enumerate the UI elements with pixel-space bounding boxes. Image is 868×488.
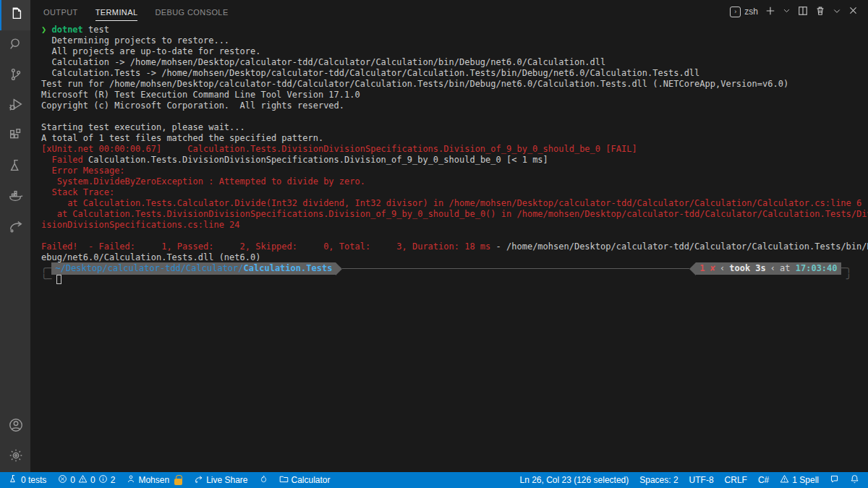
terminal-line: ❯ dotnet test: [41, 25, 868, 35]
spell-warning-icon: [780, 474, 789, 486]
terminal-line: Stack Trace:: [41, 187, 868, 198]
activity-live-share[interactable]: [0, 213, 30, 243]
activity-explorer[interactable]: [0, 0, 30, 30]
terminal-profiles-dropdown[interactable]: [783, 7, 791, 17]
terminal-line: All projects are up-to-date for restore.: [41, 46, 868, 57]
activity-run-debug[interactable]: [0, 91, 30, 121]
problems-status[interactable]: 0 0 2: [58, 474, 115, 486]
eol-status[interactable]: CRLF: [725, 475, 747, 485]
activity-bar-spacer: [0, 243, 30, 411]
terminal-line: System.DivideByZeroException : Attempted…: [41, 176, 868, 187]
beaker-icon: [9, 474, 18, 486]
terminal-line: Calculation.Tests -> /home/mohsen/Deskto…: [41, 68, 868, 79]
activity-testing[interactable]: [0, 152, 30, 182]
terminal-panel[interactable]: ❯ dotnet test Determining projects to re…: [30, 25, 866, 469]
tab-terminal[interactable]: TERMINAL: [95, 2, 138, 21]
feedback-icon: [830, 474, 839, 486]
feedback-status[interactable]: [830, 474, 839, 486]
folder-icon: [279, 474, 289, 486]
close-panel-button[interactable]: [848, 6, 858, 17]
chevron-down-icon: [783, 7, 791, 17]
shell-selector[interactable]: › zsh: [730, 7, 758, 17]
prompt-line-top: ╭─ ~/Desktop/calculator-tdd/Calculator/C…: [41, 263, 851, 274]
search-icon: [8, 36, 24, 55]
vscode-window: OUTPUT TERMINAL DEBUG CONSOLE › zsh: [0, 0, 868, 488]
prompt-path-name: Calculation.Tests: [244, 263, 333, 274]
live-share-status[interactable]: Live Share: [194, 474, 247, 486]
indentation-status[interactable]: Spaces: 2: [639, 475, 678, 485]
indentation-label: Spaces: 2: [639, 475, 678, 485]
panel-header: OUTPUT TERMINAL DEBUG CONSOLE › zsh: [30, 0, 868, 23]
info-icon: [98, 474, 108, 486]
live-share-label: Live Share: [206, 475, 247, 485]
panel-maximize-button[interactable]: [833, 7, 841, 17]
docker-whale-icon: [8, 188, 24, 207]
git-branch-icon: [8, 67, 24, 85]
encoding-status[interactable]: UTF-8: [689, 475, 714, 485]
terminal-line: [41, 111, 868, 122]
terminal-line: Copyright (c) Microsoft Corporation. All…: [41, 100, 868, 111]
new-terminal-button[interactable]: [765, 6, 775, 18]
activity-accounts[interactable]: [0, 411, 30, 442]
notifications-status[interactable]: [850, 474, 859, 486]
bell-icon: [850, 474, 859, 486]
prompt-time: 17:03:40: [796, 263, 838, 274]
terminal-line: Starting test execution, please wait...: [41, 122, 868, 133]
tab-debug-console[interactable]: DEBUG CONSOLE: [155, 2, 228, 21]
account-icon: [8, 417, 24, 436]
prompt-frame-top-right: ─╮: [841, 263, 851, 274]
split-terminal-button[interactable]: [798, 6, 808, 18]
terminal-line: A total of 1 test files matched the spec…: [41, 133, 868, 144]
activity-search[interactable]: [0, 30, 30, 61]
prompt-at-label: at: [780, 263, 790, 274]
workspace-status[interactable]: Calculator: [279, 474, 331, 486]
warning-icon: [78, 474, 88, 486]
person-icon: [127, 474, 135, 486]
activity-extensions[interactable]: [0, 121, 30, 152]
terminal-cursor: [56, 275, 61, 284]
user-name: Mohsen: [138, 475, 169, 485]
terminal-line: Error Message:: [41, 166, 868, 176]
terminal-line: Microsoft (R) Test Execution Command Lin…: [41, 90, 868, 100]
activity-source-control[interactable]: [0, 61, 30, 91]
terminal-line: at Calculation.Tests.Calculator.Divide(I…: [41, 198, 868, 209]
activity-docker[interactable]: [0, 182, 30, 213]
tests-status[interactable]: 0 tests: [9, 474, 46, 486]
activity-bar: [0, 0, 30, 472]
prompt-frame-bottom-right: ╯: [846, 274, 851, 285]
encoding-label: UTF-8: [689, 475, 714, 485]
terminal-line: Test run for /home/mohsen/Desktop/calcul…: [41, 79, 868, 90]
status-bar-right: Ln 26, Col 23 (126 selected) Spaces: 2 U…: [519, 474, 868, 486]
close-icon: [848, 6, 858, 17]
tab-output[interactable]: OUTPUT: [43, 2, 78, 21]
split-icon: [798, 6, 808, 18]
terminal-profile-icon: ›: [730, 7, 741, 17]
share-icon: [8, 218, 24, 237]
status-bar-left: 0 tests 0 0 2 Mohsen Live Share: [0, 474, 331, 486]
workspace-label: Calculator: [292, 475, 331, 485]
prompt-separator-icon: ‹: [766, 263, 780, 274]
flame-icon: [260, 474, 268, 486]
cursor-position-status[interactable]: Ln 26, Col 23 (126 selected): [519, 475, 629, 485]
flame-status[interactable]: [260, 474, 268, 486]
spell-label: 1 Spell: [792, 475, 819, 485]
spell-status[interactable]: 1 Spell: [780, 474, 819, 486]
language-status[interactable]: C#: [758, 475, 769, 485]
gear-icon: [8, 448, 24, 466]
error-icon: [58, 474, 67, 486]
prompt-frame-top-left: ╭─: [41, 263, 51, 274]
info-count: 2: [111, 475, 116, 485]
prompt-path-prefix: ~/Desktop/calculator-tdd/Calculator/: [55, 263, 243, 274]
tests-label: 0 tests: [21, 475, 46, 485]
files-icon: [8, 6, 24, 25]
terminal-line: [41, 231, 868, 241]
terminal-line: at Calculation.Tests.DivisionDivisionSpe…: [41, 209, 868, 231]
user-status[interactable]: Mohsen: [127, 474, 182, 486]
kill-terminal-button[interactable]: [815, 6, 825, 18]
terminal-line: [xUnit.net 00:00:00.67] Calculation.Test…: [41, 144, 868, 155]
live-share-icon: [194, 474, 203, 486]
trash-icon: [815, 6, 825, 18]
activity-settings[interactable]: [0, 442, 30, 472]
panel-actions: › zsh: [730, 6, 868, 18]
terminal-output: ❯ dotnet test Determining projects to re…: [41, 25, 866, 263]
